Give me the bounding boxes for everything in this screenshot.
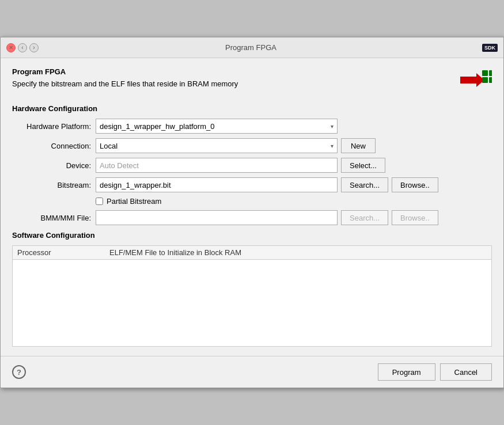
bmm-row: BMM/MMI File: Search... Browse..	[12, 210, 492, 225]
header-section: Program FPGA Specify the bitstream and t…	[12, 67, 492, 95]
hardware-platform-label: Hardware Platform:	[12, 122, 96, 131]
bmm-label: BMM/MMI File:	[12, 214, 96, 222]
select-button[interactable]: Select...	[341, 158, 385, 173]
bitstream-label: Bitstream:	[12, 181, 96, 189]
bmm-control: Search... Browse..	[96, 210, 492, 225]
svg-rect-2	[489, 70, 492, 76]
software-table: Processor ELF/MEM File to Initialize in …	[12, 245, 492, 347]
bitstream-search-button[interactable]: Search...	[341, 177, 388, 192]
bottom-left: ?	[12, 365, 26, 379]
program-button[interactable]: Program	[378, 363, 435, 381]
svg-rect-4	[489, 77, 492, 83]
hardware-platform-row: Hardware Platform: design_1_wrapper_hw_p…	[12, 119, 492, 134]
header-text: Program FPGA Specify the bitstream and t…	[12, 67, 238, 88]
maximize-button[interactable]: ›	[29, 43, 39, 52]
bottom-bar: ? Program Cancel	[1, 356, 503, 388]
hardware-config-title: Hardware Configuration	[12, 104, 492, 113]
sdk-badge: SDK	[482, 44, 498, 52]
main-window: ✕ ‹ › Program FPGA SDK Program FPGA Spec…	[0, 37, 504, 388]
window-controls: ✕ ‹ ›	[6, 43, 39, 52]
connection-select[interactable]: Local ▾	[96, 138, 338, 153]
svg-marker-0	[460, 73, 484, 87]
hardware-platform-value: design_1_wrapper_hw_platform_0	[100, 122, 214, 131]
partial-bitstream-label: Partial Bitstream	[107, 197, 161, 206]
partial-bitstream-checkbox[interactable]	[96, 198, 103, 205]
device-placeholder: Auto Detect	[100, 161, 139, 170]
platform-dropdown-arrow: ▾	[331, 123, 334, 130]
title-bar-right: SDK	[463, 44, 498, 52]
device-row: Device: Auto Detect Select...	[12, 158, 492, 173]
software-table-body[interactable]	[13, 260, 491, 346]
bmm-browse-button[interactable]: Browse..	[392, 210, 438, 225]
svg-rect-1	[482, 70, 488, 76]
bmm-input[interactable]	[96, 210, 338, 225]
header-icon	[460, 67, 492, 95]
connection-dropdown-arrow: ▾	[331, 143, 334, 149]
partial-bitstream-row: Partial Bitstream	[12, 197, 492, 206]
content-area: Program FPGA Specify the bitstream and t…	[1, 58, 503, 356]
cancel-button[interactable]: Cancel	[440, 363, 492, 381]
dialog-description: Specify the bitstream and the ELF files …	[12, 79, 238, 88]
device-label: Device:	[12, 161, 96, 170]
processor-column-header: Processor	[17, 248, 109, 257]
connection-row: Connection: Local ▾ New	[12, 138, 492, 153]
hardware-platform-control: design_1_wrapper_hw_platform_0 ▾	[96, 119, 492, 134]
minimize-button[interactable]: ‹	[18, 43, 27, 52]
elf-column-header: ELF/MEM File to Initialize in Block RAM	[109, 248, 487, 257]
bitstream-value: design_1_wrapper.bit	[100, 181, 171, 189]
bitstream-control: design_1_wrapper.bit Search... Browse..	[96, 177, 492, 192]
bitstream-row: Bitstream: design_1_wrapper.bit Search..…	[12, 177, 492, 192]
bitstream-browse-button[interactable]: Browse..	[392, 177, 438, 192]
new-button[interactable]: New	[341, 138, 376, 153]
bmm-search-button[interactable]: Search...	[341, 210, 388, 225]
software-table-header: Processor ELF/MEM File to Initialize in …	[13, 246, 491, 260]
title-bar: ✕ ‹ › Program FPGA SDK	[1, 37, 503, 58]
device-control: Auto Detect Select...	[96, 158, 492, 173]
window-title: Program FPGA	[39, 43, 463, 52]
bottom-right: Program Cancel	[378, 363, 492, 381]
close-button[interactable]: ✕	[6, 43, 16, 52]
hardware-platform-select[interactable]: design_1_wrapper_hw_platform_0 ▾	[96, 119, 338, 134]
device-input[interactable]: Auto Detect	[96, 158, 338, 173]
connection-control: Local ▾ New	[96, 138, 492, 153]
svg-rect-3	[482, 77, 488, 83]
connection-label: Connection:	[12, 142, 96, 150]
software-config-title: Software Configuration	[12, 231, 492, 240]
connection-value: Local	[100, 142, 118, 150]
software-config-section: Software Configuration Processor ELF/MEM…	[12, 231, 492, 347]
bitstream-input[interactable]: design_1_wrapper.bit	[96, 177, 338, 192]
help-button[interactable]: ?	[12, 365, 26, 379]
dialog-title: Program FPGA	[12, 67, 238, 76]
fpga-svg-icon	[460, 67, 492, 93]
